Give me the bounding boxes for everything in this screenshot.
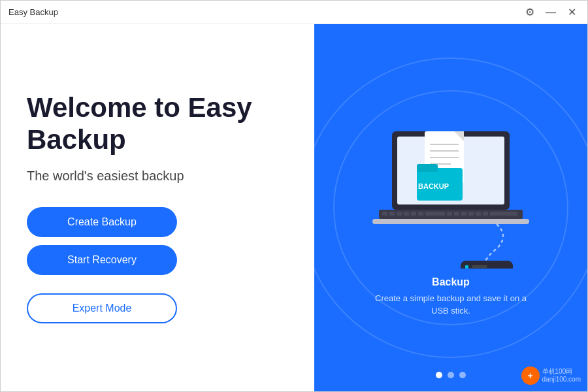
svg-rect-17 [418, 212, 423, 216]
minimize-button[interactable]: — [543, 5, 559, 20]
expert-mode-button[interactable]: Expert Mode [27, 293, 177, 323]
svg-rect-26 [372, 219, 529, 224]
svg-rect-12 [382, 212, 387, 216]
backup-illustration: BACKUP [346, 99, 555, 269]
watermark-text: 单机100网danji100.com [542, 368, 581, 384]
svg-rect-14 [397, 212, 402, 216]
svg-rect-21 [461, 212, 466, 216]
watermark-icon: + [521, 367, 540, 385]
svg-rect-22 [468, 212, 474, 216]
left-panel: Welcome to Easy Backup The world's easie… [1, 24, 314, 391]
svg-rect-28 [465, 265, 468, 269]
svg-rect-19 [447, 212, 452, 216]
title-bar: Easy Backup ⚙ — ✕ [1, 1, 587, 24]
settings-button[interactable]: ⚙ [522, 5, 538, 20]
dot-2[interactable] [448, 372, 454, 378]
welcome-subtitle: The world's easiest backup [27, 169, 288, 184]
illustration-wrapper: BACKUP [346, 99, 555, 318]
svg-rect-25 [490, 212, 517, 216]
svg-text:BACKUP: BACKUP [418, 182, 449, 190]
svg-rect-15 [404, 212, 409, 216]
start-recovery-button[interactable]: Start Recovery [27, 245, 177, 275]
svg-rect-13 [389, 212, 395, 216]
svg-rect-9 [417, 164, 438, 172]
svg-rect-18 [425, 212, 445, 216]
pagination-dots [436, 372, 466, 378]
svg-rect-24 [483, 212, 488, 216]
dot-3[interactable] [459, 372, 466, 378]
main-content: Welcome to Easy Backup The world's easie… [1, 24, 587, 391]
close-button[interactable]: ✕ [564, 5, 580, 20]
primary-button-group: Create Backup Start Recovery [27, 207, 288, 275]
svg-rect-29 [472, 265, 487, 268]
welcome-title: Welcome to Easy Backup [27, 92, 288, 155]
watermark: + 单机100网danji100.com [521, 367, 581, 385]
slide-title: Backup [432, 276, 470, 288]
svg-rect-16 [411, 212, 416, 216]
svg-rect-20 [454, 212, 459, 216]
app-title: Easy Backup [8, 7, 58, 17]
window-controls: ⚙ — ✕ [522, 5, 580, 20]
svg-rect-23 [476, 212, 481, 216]
right-panel: BACKUP [314, 24, 587, 391]
dot-1[interactable] [436, 372, 442, 378]
slide-description: Create a simple backup and save it on a … [366, 292, 536, 318]
create-backup-button[interactable]: Create Backup [27, 207, 177, 237]
